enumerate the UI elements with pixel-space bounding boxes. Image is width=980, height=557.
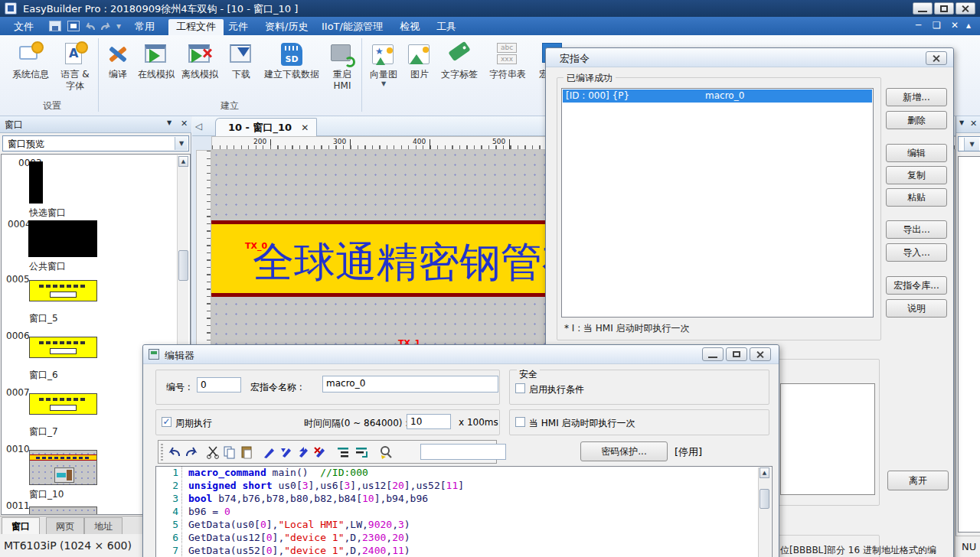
tab-common[interactable]: 常用	[127, 19, 162, 35]
canvas-tab[interactable]: 10 - 窗口_10✕	[215, 118, 317, 136]
pen-delete-icon[interactable]	[313, 445, 327, 459]
macro-library-button[interactable]: 宏指令库...	[886, 276, 947, 295]
macro-new-button[interactable]: 新增...	[886, 88, 947, 106]
periodic-checkbox[interactable]: ✓	[162, 417, 172, 427]
code-line[interactable]: 6GetData(us12[0],"device 1",D,2300,20)	[156, 532, 772, 545]
mdi-minimize-icon[interactable]: ─	[916, 20, 921, 31]
interval-input[interactable]: 10	[407, 414, 451, 429]
panel-close-icon[interactable]: ✕	[181, 119, 188, 129]
file-menu[interactable]: 文件	[6, 19, 41, 35]
dock-combo-dropdown-icon[interactable]: ▼	[964, 138, 979, 151]
editor-restore-button[interactable]	[726, 347, 747, 361]
redo-icon[interactable]	[185, 445, 198, 459]
pen-icon[interactable]	[263, 445, 276, 459]
tab-iiot-energy[interactable]: IIoT/能源管理	[314, 19, 390, 35]
tab-close-icon[interactable]: ✕	[301, 122, 309, 133]
code-scrollbar[interactable]: ▲	[758, 467, 771, 557]
scroll-thumb[interactable]	[178, 250, 188, 281]
save-icon[interactable]	[49, 21, 61, 31]
window-thumbnail[interactable]	[29, 280, 97, 301]
pen-next-icon[interactable]	[279, 445, 293, 459]
tab-object[interactable]: 元件	[220, 19, 256, 35]
run-on-startup-checkbox[interactable]	[515, 417, 525, 427]
outdent-icon[interactable]	[354, 445, 368, 459]
indent-icon[interactable]	[336, 445, 350, 459]
dock-menu-icon[interactable]: ▼	[959, 119, 964, 126]
window-thumbnail[interactable]	[29, 450, 97, 485]
code-line[interactable]: 3bool b74,b76,b78,b80,b82,b84[10],b94,b9…	[156, 493, 772, 506]
undo-icon[interactable]	[84, 22, 96, 31]
panel-tab-window[interactable]: 窗口	[2, 517, 40, 535]
editor-dialog-titlebar[interactable]: 编辑器	[143, 345, 779, 364]
editor-close-button[interactable]	[750, 347, 771, 361]
dock-list[interactable]	[958, 156, 980, 533]
tab-project-file[interactable]: 工程文件	[168, 19, 224, 35]
paste-icon[interactable]	[240, 445, 253, 459]
undo-icon[interactable]	[168, 445, 181, 459]
mdi-restore-icon[interactable]: ❏	[933, 20, 941, 31]
ribbon-collapse-icon[interactable]: ▴	[966, 20, 971, 31]
macro-list[interactable]: [ID : 000] {P} macro_0	[561, 88, 874, 318]
macro-dialog-titlebar[interactable]: 宏指令	[546, 48, 953, 67]
export-icon[interactable]	[67, 21, 80, 31]
dock-combo[interactable]: ▼	[958, 136, 980, 151]
macro-delete-button[interactable]: 删除	[886, 111, 947, 129]
preview-mode-select[interactable]: 窗口预览 ▼	[2, 135, 189, 151]
tab-scroll-left-icon[interactable]: ◁	[195, 121, 202, 132]
code-line[interactable]: 4b96 = 0	[156, 506, 772, 519]
macro-edit-button[interactable]: 编辑	[886, 144, 947, 162]
window-thumbnail[interactable]	[29, 393, 97, 415]
macro-export-button[interactable]: 导出...	[886, 220, 947, 239]
restore-button[interactable]	[934, 2, 954, 15]
window-thumbnail[interactable]	[29, 507, 97, 515]
string-table-button[interactable]: abcxxx 字符串表	[485, 38, 530, 113]
window-thumbnail[interactable]	[28, 220, 97, 257]
macro-list-row-selected[interactable]: [ID : 000] {P} macro_0	[563, 90, 872, 103]
password-protect-button[interactable]: 密码保护...	[580, 441, 668, 461]
code-line[interactable]: 7GetData(us52[0],"device 1",D,2400,11)	[156, 545, 772, 557]
macro-name-input[interactable]: macro_0	[322, 376, 498, 393]
cut-icon[interactable]	[206, 445, 220, 459]
exec-condition-checkbox[interactable]	[515, 383, 525, 393]
text-tag-button[interactable]: 文字标签	[438, 38, 481, 113]
macro-copy-button[interactable]: 复制	[886, 166, 947, 184]
window-thumbnail[interactable]	[29, 161, 43, 204]
picture-button[interactable]: 图片	[404, 38, 435, 113]
pen-prev-icon[interactable]	[296, 445, 310, 459]
code-line[interactable]: 2unsigned short us0[3],us6[3],us12[20],u…	[156, 480, 772, 493]
macro-exit-button[interactable]: 离开	[887, 471, 949, 490]
macro-paste-button[interactable]: 粘贴	[886, 188, 947, 207]
copy-icon[interactable]	[223, 445, 237, 459]
vector-dropdown-icon[interactable]: ▼	[366, 80, 401, 87]
window-thumbnail[interactable]	[29, 337, 97, 358]
mdi-close-icon[interactable]: ✕	[951, 20, 959, 31]
panel-menu-icon[interactable]: ▼	[167, 119, 172, 126]
find-icon[interactable]	[379, 445, 393, 459]
vector-shape-button[interactable]: ★ 向量图 ▼	[366, 38, 401, 113]
panel-tab-webpage[interactable]: 网页	[46, 517, 84, 535]
redo-icon[interactable]	[100, 22, 112, 31]
code-editor[interactable]: 1macro_command main() //ID:0002unsigned …	[155, 466, 773, 557]
tab-view[interactable]: 检视	[392, 19, 427, 35]
combo-dropdown-icon[interactable]: ▼	[175, 137, 188, 150]
search-input[interactable]	[420, 444, 506, 460]
code-line[interactable]: 1macro_command main() //ID:000	[156, 467, 772, 480]
dialog-close-button[interactable]	[926, 51, 947, 65]
scroll-thumb[interactable]	[760, 489, 769, 509]
right-dock-panel: ▼✕ ▼	[956, 116, 980, 536]
banner-text-object[interactable]: TX_0 全球通精密钢管有限	[211, 220, 549, 297]
editor-minimize-button[interactable]	[702, 347, 724, 361]
scroll-up-icon[interactable]: ▲	[760, 467, 769, 478]
quick-access-dropdown-icon[interactable]: ▾	[116, 21, 121, 31]
minimize-button[interactable]	[913, 2, 933, 15]
scroll-up-icon[interactable]: ▲	[178, 156, 188, 167]
code-line[interactable]: 5GetData(us0[0],"Local HMI",LW,9020,3)	[156, 519, 772, 532]
dock-close-icon[interactable]: ✕	[970, 119, 977, 129]
close-button[interactable]	[956, 2, 975, 15]
macro-id-input[interactable]: 0	[197, 377, 241, 393]
tab-data-history[interactable]: 资料/历史	[257, 19, 315, 35]
tab-tool[interactable]: 工具	[429, 19, 464, 35]
macro-help-button[interactable]: 说明	[886, 299, 947, 318]
macro-import-button[interactable]: 导入...	[886, 243, 947, 262]
panel-tab-address[interactable]: 地址	[84, 517, 122, 535]
